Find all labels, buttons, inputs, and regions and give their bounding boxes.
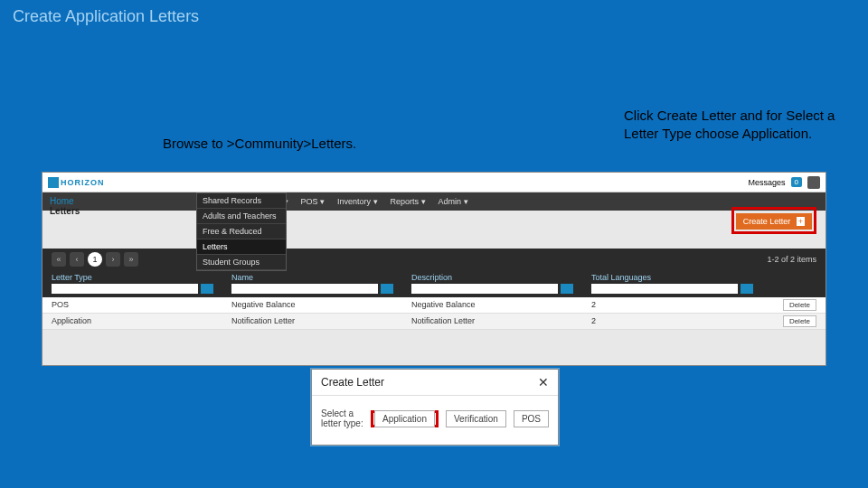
option-application-highlight: Application — [371, 410, 439, 427]
logo-text: HORIZON — [61, 178, 105, 187]
pager: « ‹ 1 › » 1-2 of 2 items — [42, 249, 826, 270]
cell-name: Notification Letter — [222, 314, 402, 329]
table-row: POS Negative Balance Negative Balance 2 … — [42, 297, 826, 314]
app-screenshot: HORIZON Messages 0 Community ▾ Menus ▾ P… — [42, 172, 826, 366]
logo-icon — [48, 177, 59, 188]
page-title: Letters — [50, 206, 162, 216]
pager-next[interactable]: › — [106, 252, 120, 267]
option-pos[interactable]: POS — [514, 410, 549, 427]
pager-page-1[interactable]: 1 — [88, 252, 102, 267]
cell-name: Negative Balance — [222, 297, 402, 313]
col-description: Description — [402, 270, 582, 297]
col-total-languages: Total Languages — [582, 270, 762, 297]
cell-desc: Negative Balance — [402, 297, 582, 313]
dropdown-shared-records[interactable]: Shared Records — [197, 193, 286, 209]
menu-reports[interactable]: Reports ▾ — [391, 197, 426, 206]
plus-icon: + — [797, 217, 805, 226]
dropdown-free-reduced[interactable]: Free & Reduced — [197, 224, 286, 239]
col-name: Name — [222, 270, 402, 297]
menu-inventory[interactable]: Inventory ▾ — [337, 197, 378, 206]
delete-button[interactable]: Delete — [783, 299, 816, 311]
dropdown-adults-teachers[interactable]: Adults and Teachers — [197, 209, 286, 224]
dropdown-letters[interactable]: Letters — [197, 239, 286, 255]
dialog-prompt: Select a letter type: — [321, 408, 363, 428]
cell-langs: 2 — [582, 314, 762, 329]
community-dropdown: Shared Records Adults and Teachers Free … — [196, 192, 287, 271]
col-letter-type: Letter Type — [42, 270, 222, 297]
menu-admin[interactable]: Admin ▾ — [439, 197, 468, 206]
cell-langs: 2 — [582, 297, 762, 313]
messages-count: 0 — [791, 177, 802, 187]
menu-pos[interactable]: POS ▾ — [301, 197, 326, 206]
table-row: Application Notification Letter Notifica… — [42, 314, 826, 330]
cell-type: POS — [42, 297, 222, 313]
messages-label[interactable]: Messages — [749, 178, 786, 187]
dropdown-student-groups[interactable]: Student Groups — [197, 255, 286, 270]
filter-icon[interactable] — [381, 284, 393, 294]
filter-input[interactable] — [52, 284, 198, 294]
delete-button[interactable]: Delete — [783, 315, 816, 327]
create-letter-dialog: Create Letter ✕ Select a letter type: Ap… — [311, 369, 559, 446]
breadcrumb-home[interactable]: Home — [50, 196, 162, 206]
app-bar: HORIZON Messages 0 — [42, 173, 826, 192]
logo: HORIZON — [48, 177, 105, 188]
filter-input[interactable] — [231, 284, 378, 294]
cell-type: Application — [42, 314, 222, 329]
pager-prev[interactable]: ‹ — [70, 252, 84, 267]
pager-last[interactable]: » — [124, 252, 138, 267]
gear-icon[interactable] — [807, 176, 820, 189]
filter-input[interactable] — [411, 284, 558, 294]
table-header: Letter Type Name Description Total Langu… — [42, 270, 826, 297]
filter-icon[interactable] — [201, 284, 213, 294]
close-icon[interactable]: ✕ — [538, 375, 549, 389]
dialog-title: Create Letter — [321, 376, 384, 389]
filter-icon[interactable] — [741, 284, 753, 294]
pager-first[interactable]: « — [52, 252, 66, 267]
instruction-click: Click Create Letter and for Select a Let… — [624, 107, 841, 142]
col-actions — [762, 270, 826, 297]
slide-title: Create Application Letters — [0, 0, 868, 33]
create-letter-label: Create Letter — [743, 217, 791, 226]
breadcrumb: Home Letters — [42, 192, 169, 220]
cell-desc: Notification Letter — [402, 314, 582, 329]
create-letter-button[interactable]: Create Letter + — [736, 213, 812, 230]
option-application[interactable]: Application — [374, 410, 435, 427]
option-verification[interactable]: Verification — [446, 410, 506, 427]
instruction-browse: Browse to >Community>Letters. — [163, 136, 356, 151]
filter-input[interactable] — [591, 284, 738, 294]
create-letter-highlight: Create Letter + — [731, 207, 816, 234]
filter-icon[interactable] — [561, 284, 573, 294]
pager-info: 1-2 of 2 items — [767, 255, 816, 264]
